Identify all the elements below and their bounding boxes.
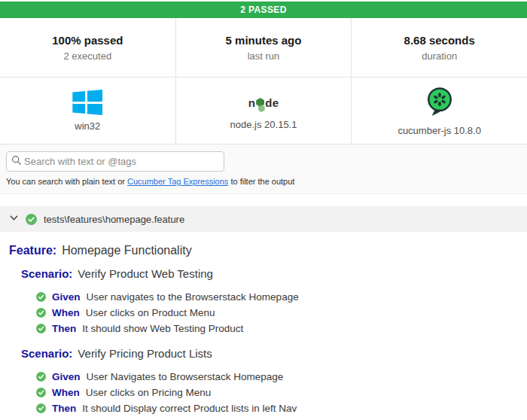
search-help-text: You can search with plain text or Cucumb… — [6, 177, 521, 186]
step-text: User Navigates to Browserstack Homepage — [87, 371, 284, 382]
feature-title: Feature:Homepage Functionality — [9, 244, 518, 257]
step-keyword: Given — [52, 371, 81, 382]
step-row: Given User navigates to the Browserstack… — [36, 291, 518, 303]
feature-file-path: tests\features\homepage.feature — [44, 214, 184, 225]
search-icon — [11, 155, 22, 169]
scenario-keyword: Scenario: — [21, 267, 72, 280]
scenario-name: Verify Product Web Testing — [78, 267, 213, 280]
step-row: Then It should Display correct Product l… — [36, 403, 518, 414]
step-text: It should Display correct Product lists … — [82, 403, 297, 414]
step-row: When User clicks on Pricing Menu — [36, 387, 518, 398]
search-help-suffix: to filter the output — [228, 177, 294, 186]
passed-check-icon — [36, 388, 46, 397]
env-platform-label: win32 — [75, 120, 100, 132]
steps-list: Given User navigates to the Browserstack… — [36, 291, 518, 334]
cucumber-tag-expressions-link[interactable]: Cucumber Tag Expressions — [127, 177, 228, 186]
nodejs-wordmark-left: n — [248, 96, 255, 109]
step-keyword: Then — [52, 403, 76, 414]
stat-last-run: 5 minutes ago last run — [175, 18, 352, 77]
scenario-name: Verify Pricing Product Lists — [78, 347, 212, 360]
passed-check-icon — [36, 403, 46, 413]
stat-value: 100% passed — [52, 34, 123, 47]
env-framework: cucumber-js 10.8.0 — [351, 78, 527, 144]
step-row: Given User Navigates to Browserstack Hom… — [36, 371, 518, 382]
environment-row: win32 nde node.js 20.15.1 — [0, 78, 527, 145]
nodejs-wordmark-right: de — [265, 96, 279, 109]
step-keyword: When — [52, 307, 80, 318]
step-row: When User clicks on Product Menu — [36, 307, 518, 318]
feature-name: Homepage Functionality — [62, 244, 192, 257]
stats-row: 100% passed 2 executed 5 minutes ago las… — [0, 18, 527, 78]
step-text: User navigates to the Browserstack Homep… — [87, 291, 299, 303]
env-framework-label: cucumber-js 10.8.0 — [398, 125, 481, 136]
feature-keyword: Feature: — [9, 244, 56, 257]
step-row: Then It should show Web Testing Product — [36, 323, 518, 334]
env-runtime-label: node.js 20.15.1 — [230, 119, 297, 130]
search-help-prefix: You can search with plain text or — [6, 177, 127, 186]
scenario-title: Scenario:Verify Product Web Testing — [21, 267, 518, 280]
env-runtime: nde node.js 20.15.1 — [175, 78, 352, 144]
step-text: It should show Web Testing Product — [82, 323, 243, 334]
feature-file-header[interactable]: tests\features\homepage.feature — [0, 206, 527, 232]
step-keyword: Given — [52, 291, 81, 303]
chevron-down-icon[interactable] — [9, 212, 19, 226]
step-keyword: When — [52, 387, 80, 398]
search-input[interactable] — [24, 156, 219, 167]
cucumber-icon — [425, 86, 454, 120]
stat-duration: 8.68 seconds duration — [351, 18, 527, 77]
search-section: You can search with plain text or Cucumb… — [0, 145, 527, 194]
stat-value: 8.68 seconds — [404, 34, 475, 47]
stat-label: last run — [248, 50, 280, 62]
step-text: User clicks on Product Menu — [86, 307, 215, 318]
step-text: User clicks on Pricing Menu — [86, 387, 212, 398]
stat-value: 5 minutes ago — [226, 34, 302, 47]
cucumber-report-page: 2 PASSED 100% passed 2 executed 5 minute… — [0, 0, 527, 420]
passed-check-icon — [36, 372, 46, 382]
passed-check-icon — [36, 308, 46, 318]
env-platform: win32 — [0, 78, 175, 144]
steps-list: Given User Navigates to Browserstack Hom… — [36, 371, 518, 414]
stat-label: 2 executed — [64, 50, 112, 62]
passed-check-icon — [26, 214, 37, 225]
summary-status-bar: 2 PASSED — [0, 2, 527, 18]
passed-check-icon — [36, 292, 46, 302]
feature-content: Feature:Homepage Functionality Scenario:… — [0, 232, 527, 414]
scenario-keyword: Scenario: — [21, 347, 72, 360]
passed-check-icon — [36, 324, 46, 333]
scenario-title: Scenario:Verify Pricing Product Lists — [21, 347, 518, 360]
nodejs-icon: nde — [248, 91, 279, 114]
windows-icon — [72, 90, 102, 115]
search-box[interactable] — [6, 151, 224, 172]
stat-passed-percentage: 100% passed 2 executed — [0, 18, 175, 77]
step-keyword: Then — [52, 323, 76, 334]
summary-status-label: 2 PASSED — [240, 5, 287, 15]
stat-label: duration — [422, 50, 457, 62]
